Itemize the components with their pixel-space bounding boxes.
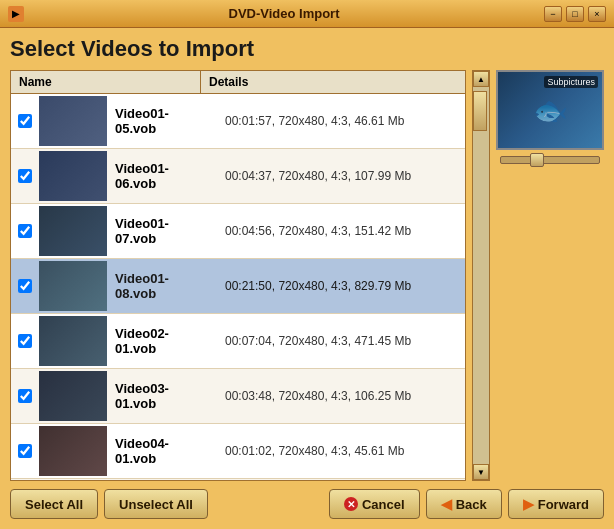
preview-panel: 🐟 Subpictures (496, 70, 604, 481)
row-thumbnail (39, 96, 107, 146)
row-checkbox[interactable] (18, 389, 32, 403)
row-checkbox[interactable] (18, 169, 32, 183)
main-window: Select Videos to Import Name Details Vid… (0, 28, 614, 529)
col-details-header: Details (201, 71, 465, 93)
forward-label: Forward (538, 497, 589, 512)
row-thumbnail (39, 316, 107, 366)
preview-fish-icon: 🐟 (533, 94, 568, 127)
scrollbar[interactable]: ▲ ▼ (472, 70, 490, 481)
row-checkbox[interactable] (18, 334, 32, 348)
row-checkbox[interactable] (18, 224, 32, 238)
row-details: 00:01:57, 720x480, 4:3, 46.61 Mb (217, 110, 465, 132)
cancel-icon: ✕ (344, 497, 358, 511)
forward-button[interactable]: ▶ Forward (508, 489, 604, 519)
slider-track[interactable] (500, 156, 600, 164)
preview-image: 🐟 Subpictures (496, 70, 604, 150)
row-filename: Video01-06.vob (107, 157, 217, 195)
table-row[interactable]: Video01-08.vob 00:21:50, 720x480, 4:3, 8… (11, 259, 465, 314)
back-label: Back (456, 497, 487, 512)
row-checkbox-container[interactable] (11, 334, 39, 348)
row-filename: Video04-01.vob (107, 432, 217, 470)
row-filename: Video02-01.vob (107, 322, 217, 360)
scroll-up-button[interactable]: ▲ (473, 71, 489, 87)
row-checkbox-container[interactable] (11, 224, 39, 238)
unselect-all-button[interactable]: Unselect All (104, 489, 208, 519)
bottom-bar: Select All Unselect All ✕ Cancel ◀ Back … (10, 489, 604, 519)
row-filename: Video01-08.vob (107, 267, 217, 305)
scroll-track[interactable] (473, 87, 489, 464)
row-checkbox[interactable] (18, 114, 32, 128)
row-details: 00:07:04, 720x480, 4:3, 471.45 Mb (217, 330, 465, 352)
window-title: DVD-Video Import (24, 6, 544, 21)
table-row[interactable]: Video03-01.vob 00:03:48, 720x480, 4:3, 1… (11, 369, 465, 424)
table-row[interactable]: Video01-05.vob 00:01:57, 720x480, 4:3, 4… (11, 94, 465, 149)
row-details: 00:03:48, 720x480, 4:3, 106.25 Mb (217, 385, 465, 407)
list-header: Name Details (11, 71, 465, 94)
maximize-button[interactable]: □ (566, 6, 584, 22)
row-checkbox-container[interactable] (11, 389, 39, 403)
close-button[interactable]: × (588, 6, 606, 22)
page-title: Select Videos to Import (10, 36, 604, 62)
row-checkbox[interactable] (18, 444, 32, 458)
row-details: 00:21:50, 720x480, 4:3, 829.79 Mb (217, 275, 465, 297)
row-filename: Video01-07.vob (107, 212, 217, 250)
scroll-down-button[interactable]: ▼ (473, 464, 489, 480)
row-checkbox-container[interactable] (11, 114, 39, 128)
row-details: 00:01:02, 720x480, 4:3, 45.61 Mb (217, 440, 465, 462)
title-bar: ▶ DVD-Video Import − □ × (0, 0, 614, 28)
row-checkbox-container[interactable] (11, 279, 39, 293)
back-icon: ◀ (441, 496, 452, 512)
content-area: Name Details Video01-05.vob 00:01:57, 72… (10, 70, 604, 481)
row-thumbnail (39, 426, 107, 476)
table-row[interactable]: Video01-06.vob 00:04:37, 720x480, 4:3, 1… (11, 149, 465, 204)
window-controls: − □ × (544, 6, 606, 22)
row-thumbnail (39, 206, 107, 256)
app-icon: ▶ (8, 6, 24, 22)
forward-icon: ▶ (523, 496, 534, 512)
row-thumbnail (39, 261, 107, 311)
cancel-label: Cancel (362, 497, 405, 512)
row-checkbox-container[interactable] (11, 169, 39, 183)
list-body: Video01-05.vob 00:01:57, 720x480, 4:3, 4… (11, 94, 465, 480)
preview-slider[interactable] (496, 154, 604, 166)
table-row[interactable]: Video01-07.vob 00:04:56, 720x480, 4:3, 1… (11, 204, 465, 259)
preview-label: Subpictures (544, 76, 598, 88)
row-details: 00:04:56, 720x480, 4:3, 151.42 Mb (217, 220, 465, 242)
minimize-button[interactable]: − (544, 6, 562, 22)
row-checkbox[interactable] (18, 279, 32, 293)
row-thumbnail (39, 151, 107, 201)
row-filename: Video01-05.vob (107, 102, 217, 140)
row-thumbnail (39, 371, 107, 421)
row-checkbox-container[interactable] (11, 444, 39, 458)
back-button[interactable]: ◀ Back (426, 489, 502, 519)
table-row[interactable]: Video04-02.vob 00:02:19, 720x480, 4:3, 5… (11, 479, 465, 480)
file-list-container: Name Details Video01-05.vob 00:01:57, 72… (10, 70, 466, 481)
table-row[interactable]: Video02-01.vob 00:07:04, 720x480, 4:3, 4… (11, 314, 465, 369)
slider-thumb[interactable] (530, 153, 544, 167)
row-details: 00:04:37, 720x480, 4:3, 107.99 Mb (217, 165, 465, 187)
col-name-header: Name (11, 71, 201, 93)
select-all-button[interactable]: Select All (10, 489, 98, 519)
cancel-button[interactable]: ✕ Cancel (329, 489, 420, 519)
table-row[interactable]: Video04-01.vob 00:01:02, 720x480, 4:3, 4… (11, 424, 465, 479)
row-filename: Video03-01.vob (107, 377, 217, 415)
scroll-thumb[interactable] (473, 91, 487, 131)
